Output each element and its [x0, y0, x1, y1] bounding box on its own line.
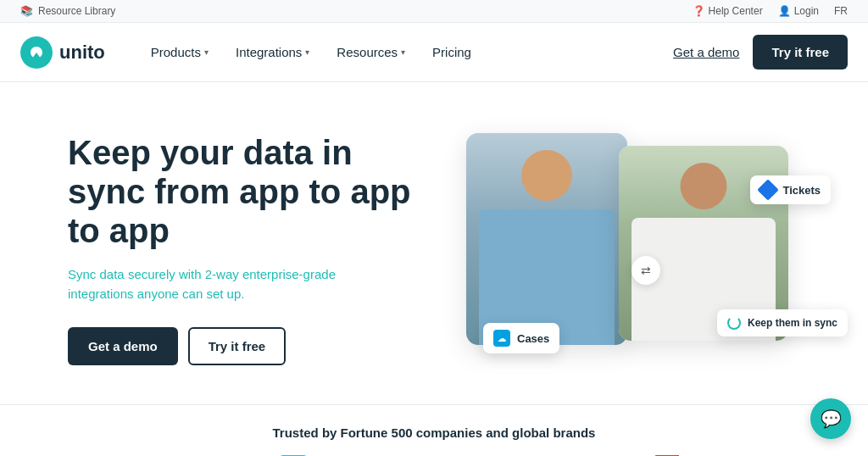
nav-pricing[interactable]: Pricing: [420, 38, 483, 66]
try-free-button[interactable]: Try it free: [753, 35, 848, 70]
sync-icon: [727, 316, 741, 330]
tickets-label: Tickets: [782, 184, 821, 197]
hero-section: Keep your data in sync from app to app t…: [0, 82, 868, 404]
navbar: unito Products ▾ Integrations ▾ Resource…: [0, 23, 868, 82]
chevron-down-icon: ▾: [401, 47, 405, 57]
trusted-title: Trusted by Fortune 500 companies and glo…: [20, 425, 848, 440]
chat-icon: 💬: [821, 409, 842, 429]
nav-links: Products ▾ Integrations ▾ Resources ▾ Pr…: [139, 38, 673, 66]
book-icon: 📚: [20, 5, 33, 17]
chevron-down-icon: ▾: [305, 47, 309, 57]
hero-try-free-button[interactable]: Try it free: [188, 327, 287, 365]
hero-get-demo-button[interactable]: Get a demo: [68, 327, 178, 365]
trusted-section: Trusted by Fortune 500 companies and glo…: [0, 404, 868, 456]
chevron-down-icon: ▾: [204, 47, 209, 57]
help-icon: ❓: [693, 5, 705, 17]
hero-left: Keep your data in sync from app to app t…: [68, 125, 424, 365]
hero-title: Keep your data in sync from app to app t…: [68, 133, 424, 250]
get-demo-link[interactable]: Get a demo: [673, 45, 739, 59]
nav-integrations[interactable]: Integrations ▾: [224, 38, 321, 66]
sync-arrows-icon: ⇄: [641, 264, 651, 277]
sync-label: Keep them in sync: [748, 317, 837, 329]
logo-icon: [20, 36, 53, 69]
sync-arrow-badge: ⇄: [632, 256, 660, 285]
cases-badge: ☁ Cases: [483, 323, 559, 353]
login-link[interactable]: 👤 Login: [778, 5, 819, 17]
nav-resources[interactable]: Resources ▾: [325, 38, 417, 66]
language-selector[interactable]: FR: [834, 5, 848, 17]
resource-library-label: Resource Library: [38, 5, 115, 17]
top-bar-left: 📚 Resource Library: [20, 5, 115, 17]
hero-image-man: [466, 133, 627, 345]
hero-buttons: Get a demo Try it free: [68, 327, 424, 365]
keep-sync-badge: Keep them in sync: [717, 309, 848, 336]
top-bar: 📚 Resource Library ❓ Help Center 👤 Login…: [0, 0, 868, 23]
help-center-link[interactable]: ❓ Help Center: [693, 5, 763, 17]
diamond-icon: [758, 179, 779, 200]
user-icon: 👤: [778, 5, 791, 17]
salesforce-icon: ☁: [493, 330, 510, 347]
logo-text: unito: [59, 42, 105, 64]
tickets-badge: Tickets: [750, 175, 831, 204]
nav-products[interactable]: Products ▾: [139, 38, 220, 66]
chat-button[interactable]: 💬: [810, 398, 851, 439]
top-bar-right: ❓ Help Center 👤 Login FR: [693, 5, 848, 17]
logo-area[interactable]: unito: [20, 36, 105, 69]
hero-subtitle: Sync data securely with 2-way enterprise…: [68, 265, 373, 303]
cases-label: Cases: [517, 332, 549, 345]
person-image-1: [466, 133, 627, 345]
nav-right: Get a demo Try it free: [673, 35, 848, 70]
hero-images: ⇄ ☁ Cases Tickets Keep them in sync: [458, 125, 848, 379]
